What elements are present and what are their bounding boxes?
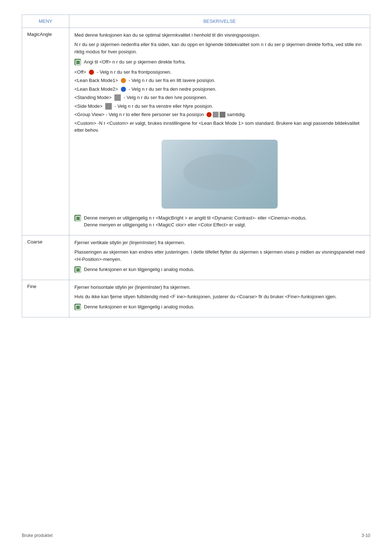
mode-lean2-desc: - Velg n r du ser fra den nedre posisjon…	[127, 86, 217, 93]
mode-lean1-text: <Lean Back Mode1>	[74, 77, 119, 84]
footer: Bruke produktet 3-10	[0, 528, 392, 543]
coarse-p1: Fjerner vertikale stlylin jer (linjemIns…	[74, 239, 365, 246]
magicangle-note1: Angi til <Off> n r du ser p skjermen dir…	[84, 58, 186, 66]
note-icon-coarse	[74, 266, 81, 273]
magicangle-note2-row: Denne menyen er utilgjengelig n r <Magic…	[74, 214, 365, 229]
note-icon-1	[74, 59, 81, 65]
menu-coarse: Coarse	[22, 235, 69, 280]
mode-side: <Side Mode> - Velg n r du ser fra venstr…	[74, 103, 365, 110]
coarse-p2: Plasseringen av skjermen kan endres ette…	[74, 249, 365, 263]
table-header: MENY BESKRIVELSE	[22, 15, 370, 28]
header-desc: BESKRIVELSE	[69, 15, 370, 28]
mode-lean1: <Lean Back Mode1> - Velg n r du ser fra …	[74, 77, 365, 84]
coarse-note1: Denne funksjonen er kun tilgjengelig i a…	[84, 266, 195, 273]
mode-group: <Group View> - Velg n r to eller flere p…	[74, 111, 365, 118]
magicangle-p1: Med denne funksjonen kan du se optimal s…	[74, 32, 365, 39]
mode-group-suffix: samtidig.	[227, 111, 246, 118]
header-menu: MENY	[22, 15, 69, 28]
coarse-note1-row: Denne funksjonen er kun tilgjengelig i a…	[74, 266, 365, 273]
mode-lean2: <Lean Back Mode2> - Velg n r du ser fra …	[74, 86, 365, 93]
desc-fine: Fjerner horisontale stlylin jer (linjemI…	[69, 280, 370, 317]
mode-lean1-desc: - Velg n r du ser fra en litt lavere pos…	[127, 77, 216, 84]
menu-fine: Fine	[22, 280, 69, 317]
mode-custom-text: <Custom> -N r <Custom> er valgt, brukes …	[74, 120, 359, 133]
main-table: MENY BESKRIVELSE MagicAngle Med denne fu…	[22, 15, 370, 317]
group-icon-red	[207, 112, 212, 117]
fine-p2: Hvis du ikke kan fjerne stlyen fullstend…	[74, 293, 365, 300]
menu-magicangle: MagicAngle	[22, 28, 69, 235]
note2-text: Denne menyen er utilgjengelig n r <Magic…	[84, 215, 307, 221]
fine-note1: Denne funksjonen er kun tilgjengelig i a…	[84, 303, 195, 311]
desc-coarse: Fjerner vertikale stlylin jer (linjemIns…	[69, 235, 370, 280]
circle-blue-icon	[121, 87, 126, 92]
mode-standing: <Standing Mode> - Velg n r du ser fra de…	[74, 94, 365, 101]
mode-standing-text: <Standing Mode>	[74, 94, 113, 101]
mode-side-text: <Side Mode>	[74, 103, 104, 110]
mode-standing-desc: - Velg n r du ser fra den Ivre posisjone…	[122, 94, 207, 101]
mode-off-desc: - Velg n r du ser fra frontposisjonen.	[95, 69, 172, 76]
mode-off-text: <Off>	[74, 69, 87, 76]
footer-right: 3-10	[362, 533, 370, 538]
mode-group-text: <Group View> - Velg n r to eller flere p…	[74, 111, 205, 118]
monitor-image	[162, 140, 278, 209]
note-icon-2	[74, 215, 81, 221]
table-row: Coarse Fjerner vertikale stlylin jer (li…	[22, 235, 370, 280]
group-pixel-1	[213, 112, 219, 118]
table-row: MagicAngle Med denne funksjonen kan du s…	[22, 28, 370, 235]
mode-list: <Off> - Velg n r du ser fra frontposisjo…	[74, 69, 365, 134]
footer-left: Bruke produktet	[22, 533, 53, 538]
table-row: Fine Fjerner horisontale stlylin jer (li…	[22, 280, 370, 317]
fine-p1: Fjerner horisontale stlylin jer (linjemI…	[74, 284, 365, 291]
desc-magicangle: Med denne funksjonen kan du se optimal s…	[69, 28, 370, 235]
circle-orange-icon	[121, 78, 126, 83]
note3-text: Denne menyen er utilgjengelig n r <Magic…	[84, 222, 246, 227]
group-pixel-2	[220, 112, 225, 118]
note-icon-fine	[74, 304, 81, 310]
standing-pixel-icon	[114, 94, 121, 101]
mode-custom: <Custom> -N r <Custom> er valgt, brukes …	[74, 120, 365, 134]
mode-off: <Off> - Velg n r du ser fra frontposisjo…	[74, 69, 365, 76]
side-pixel-icon	[105, 103, 112, 110]
magicangle-p2: N r du ser p skjermen nedenfra eller fra…	[74, 41, 365, 56]
magicangle-note2: Denne menyen er utilgjengelig n r <Magic…	[84, 214, 307, 229]
magicangle-note1-row: Angi til <Off> n r du ser p skjermen dir…	[74, 58, 365, 66]
circle-red-icon	[89, 70, 94, 75]
mode-side-desc: - Velg n r du ser fra venstre eller hlyr…	[113, 103, 213, 110]
group-icons	[207, 112, 225, 118]
mode-lean2-text: <Lean Back Mode2>	[74, 86, 119, 93]
fine-note1-row: Denne funksjonen er kun tilgjengelig i a…	[74, 303, 365, 311]
